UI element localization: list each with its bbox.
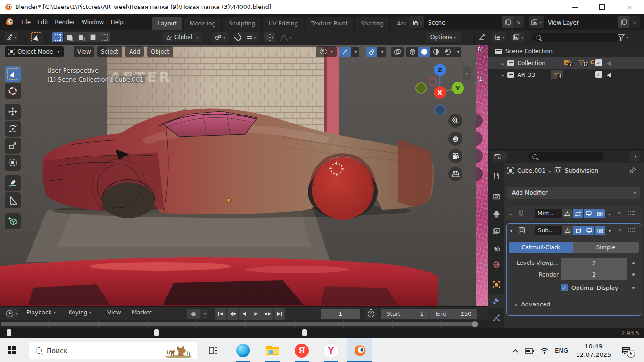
jump-to-end-button[interactable] bbox=[274, 308, 285, 320]
select-mode-new-button[interactable] bbox=[52, 32, 63, 42]
view-layer-name-field[interactable]: View Layer bbox=[544, 16, 618, 28]
tool-annotate-button[interactable] bbox=[5, 175, 21, 191]
sidebar-collapse-arrow[interactable]: ‹ bbox=[463, 67, 471, 80]
current-frame-field[interactable]: 1 bbox=[321, 309, 360, 319]
optimal-animate-dot[interactable] bbox=[632, 287, 635, 289]
modifier-panel-mirror[interactable]: Mirr... bbox=[506, 206, 642, 221]
subdivision-editmode-toggle[interactable] bbox=[573, 226, 584, 235]
mirror-editmode-toggle[interactable] bbox=[573, 209, 583, 218]
timeline-scrollbar-knob[interactable] bbox=[472, 321, 478, 327]
ar33-selectable-icon[interactable] bbox=[607, 71, 613, 77]
shading-rendered-button[interactable] bbox=[442, 47, 454, 57]
proportional-editing-button[interactable] bbox=[264, 32, 275, 42]
taskbar-edge-button[interactable] bbox=[234, 338, 251, 362]
xray-toggle[interactable] bbox=[391, 47, 404, 57]
play-button[interactable] bbox=[250, 308, 262, 320]
expand-collection-arrow[interactable] bbox=[502, 60, 504, 66]
modifier-panel-subdivision[interactable]: Sub... Catmull-Clark Simple Levels Viewp… bbox=[506, 223, 642, 316]
snap-settings-dropdown[interactable] bbox=[244, 32, 259, 42]
catmull-clark-button[interactable]: Catmull-Clark bbox=[509, 242, 573, 253]
optimal-display-checkbox[interactable] bbox=[561, 284, 568, 291]
mirror-extras-dropdown[interactable] bbox=[606, 210, 610, 217]
task-view-button[interactable] bbox=[204, 338, 223, 362]
mirror-realtime-toggle[interactable] bbox=[584, 209, 594, 218]
simple-button[interactable]: Simple bbox=[573, 242, 639, 253]
outliner-row-collection[interactable]: Collection 2 ▽ 17 Ϲ bbox=[488, 57, 644, 69]
view-layer-browse-button[interactable] bbox=[529, 16, 544, 28]
strip-viewport[interactable]: Ri (1 bbox=[476, 45, 488, 306]
tab-uv-editing[interactable]: UV Editing bbox=[263, 17, 304, 30]
timeline-menu-playback[interactable]: Playback bbox=[26, 309, 56, 316]
shading-settings-dropdown[interactable] bbox=[454, 47, 461, 57]
taskbar-search-box[interactable]: Поиск bbox=[29, 342, 197, 359]
timeline-scrollbar[interactable] bbox=[1, 322, 478, 326]
taskbar-y-app-button[interactable]: Y bbox=[322, 338, 339, 362]
outliner-search-field[interactable] bbox=[532, 33, 619, 42]
collection-selectable-icon[interactable] bbox=[607, 59, 613, 66]
timeline-menu-marker[interactable]: Marker bbox=[132, 309, 151, 316]
select-mode-invert-button[interactable] bbox=[87, 32, 99, 42]
scene-new-button[interactable] bbox=[502, 16, 513, 28]
breadcrumb-modifier[interactable]: Subdivision bbox=[565, 167, 599, 174]
start-frame-field[interactable]: Start 1 bbox=[381, 309, 430, 319]
tool-transform-button[interactable] bbox=[5, 155, 21, 171]
tab-output[interactable] bbox=[488, 208, 504, 220]
search-daily-image[interactable] bbox=[157, 343, 195, 358]
scene-name-field[interactable]: Scene bbox=[424, 16, 502, 28]
auto-keying-toggle[interactable] bbox=[187, 309, 200, 319]
tool-cursor-button[interactable] bbox=[5, 83, 21, 99]
tool-move-button[interactable] bbox=[5, 104, 21, 120]
wifi-tray-icon[interactable] bbox=[537, 338, 552, 362]
viewport-3d[interactable]: AFTER Object Mode View Select Add Object bbox=[0, 45, 476, 306]
end-frame-field[interactable]: End 250 bbox=[430, 309, 477, 319]
menu-help[interactable]: Help bbox=[107, 19, 126, 25]
navigation-gizmo[interactable]: Z Y X bbox=[410, 61, 467, 118]
tab-modifiers-active[interactable] bbox=[488, 294, 504, 308]
properties-search-field[interactable] bbox=[528, 152, 603, 161]
scene-browse-button[interactable] bbox=[409, 16, 424, 28]
gizmo-axis-z[interactable]: Z bbox=[434, 64, 446, 76]
select-mode-intersect-button[interactable] bbox=[99, 32, 110, 42]
jump-to-start-button[interactable] bbox=[215, 308, 226, 320]
subdivision-name-field[interactable]: Sub... bbox=[535, 226, 562, 235]
gizmo-axis-y[interactable]: Y bbox=[452, 82, 464, 94]
toggle-ortho-button[interactable] bbox=[448, 167, 462, 181]
menu-window[interactable]: Window bbox=[78, 19, 107, 25]
show-overlays-toggle[interactable] bbox=[366, 47, 377, 57]
taskbar-yandex-browser-button[interactable]: Я bbox=[293, 338, 310, 362]
tab-scene[interactable] bbox=[488, 242, 504, 254]
timeline-editor-type-button[interactable] bbox=[4, 308, 19, 319]
notification-center-button[interactable]: 6 bbox=[616, 338, 636, 362]
advanced-subpanel-header[interactable]: Advanced bbox=[515, 301, 550, 308]
shading-material-button[interactable] bbox=[430, 47, 442, 57]
tool-measure-button[interactable] bbox=[5, 192, 21, 208]
use-preview-range-button[interactable] bbox=[365, 309, 377, 319]
start-button[interactable] bbox=[0, 338, 23, 362]
clock-tray[interactable]: 10:49 12.07.2025 bbox=[574, 342, 613, 359]
tray-expand-button[interactable] bbox=[509, 338, 521, 362]
shading-wireframe-button[interactable] bbox=[406, 47, 418, 57]
select-mode-extend-button[interactable] bbox=[64, 32, 75, 42]
subdivision-render-toggle[interactable] bbox=[595, 226, 605, 235]
blender-app-icon[interactable] bbox=[5, 17, 14, 26]
tab-render[interactable] bbox=[488, 190, 504, 203]
mirror-render-toggle[interactable] bbox=[594, 209, 605, 218]
tab-texture-paint[interactable]: Texture Paint bbox=[305, 17, 353, 30]
gizmo-settings-dropdown[interactable] bbox=[351, 47, 359, 57]
shading-solid-button[interactable] bbox=[418, 47, 430, 57]
mirror-expand-arrow[interactable] bbox=[510, 210, 512, 217]
proportional-falloff-dropdown[interactable] bbox=[277, 32, 294, 42]
editor-type-button[interactable] bbox=[4, 32, 18, 42]
viewport-menu-add[interactable]: Add bbox=[125, 46, 144, 57]
tool-rotate-button[interactable] bbox=[5, 121, 21, 137]
ar33-checkbox[interactable] bbox=[595, 71, 602, 78]
show-gizmo-toggle[interactable] bbox=[339, 47, 351, 57]
mirror-cage-toggle[interactable] bbox=[562, 209, 572, 218]
breadcrumb-object[interactable]: Cube.001 bbox=[517, 167, 545, 174]
tab-physics[interactable] bbox=[488, 312, 504, 324]
camera-view-button[interactable] bbox=[448, 149, 462, 163]
tab-layout[interactable]: Layout bbox=[152, 17, 182, 30]
view-layer-new-button[interactable] bbox=[618, 16, 629, 28]
tab-modeling[interactable]: Modeling bbox=[184, 17, 222, 30]
pivot-point-dropdown[interactable] bbox=[212, 32, 228, 42]
